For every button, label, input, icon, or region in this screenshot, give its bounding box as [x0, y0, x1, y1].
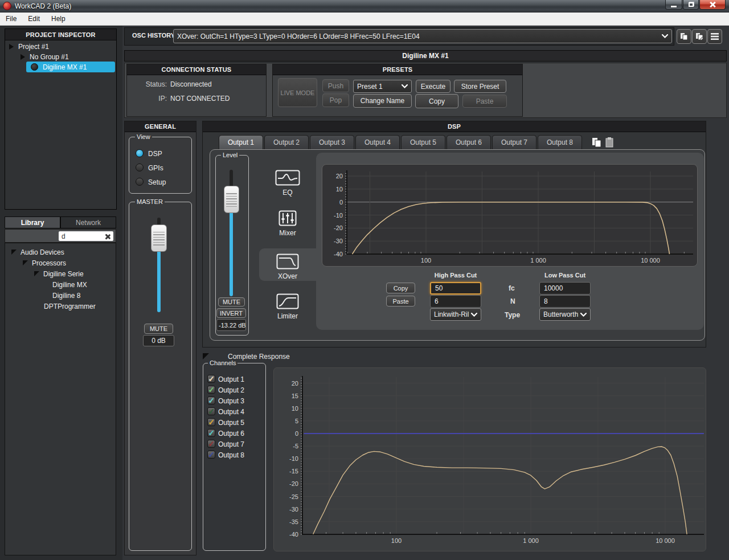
level-fader-track[interactable] [230, 211, 233, 296]
collapse-section-icon[interactable] [203, 353, 209, 359]
xover-icon [276, 254, 299, 269]
tree-item-device-selected[interactable]: Digiline MX #1 [26, 62, 115, 72]
type-label: Type [505, 311, 520, 319]
copy-pages-icon [591, 137, 603, 149]
live-mode-button[interactable]: LIVE MODE [278, 78, 317, 107]
tree-item-processors[interactable]: Processors [23, 257, 66, 268]
channel-checkbox-3[interactable]: ✓ [207, 397, 215, 404]
close-button[interactable] [699, 0, 726, 10]
tree-item-audio-devices[interactable]: Audio Devices [11, 247, 64, 257]
tree-item-digiline-8[interactable]: Digiline 8 [52, 290, 80, 301]
collapse-arrow-icon[interactable] [34, 271, 39, 276]
svg-text:-10: -10 [334, 212, 343, 219]
section-eq[interactable] [259, 170, 316, 186]
hp-type-select[interactable]: Linkwith-Riley [430, 308, 481, 321]
level-fader-handle[interactable] [224, 186, 239, 213]
pop-button[interactable]: Pop [322, 93, 349, 107]
tab-output-5[interactable]: Output 5 [401, 135, 445, 149]
tree-item-project[interactable]: Project #1 [9, 41, 49, 52]
master-fader-handle[interactable] [151, 224, 167, 252]
section-xover-label[interactable]: XOver [259, 272, 316, 280]
radio-setup-label: Setup [148, 178, 166, 186]
fc-label: fc [509, 284, 515, 292]
tree-item-dptprogrammer[interactable]: DPTProgrammer [44, 301, 96, 312]
section-limiter-label[interactable]: Limiter [259, 312, 316, 320]
lp-frequency-input[interactable]: 10000 [539, 282, 591, 295]
tree-item-digiline-serie[interactable]: Digiline Serie [34, 268, 84, 279]
radio-dsp[interactable] [136, 149, 144, 157]
channel-label-3: Output 3 [218, 397, 244, 405]
complete-response-chart: 20151050-5-10-15-20-25-30-35-401001 0001… [274, 368, 706, 551]
channel-checkbox-7[interactable]: ✓ [207, 440, 215, 448]
collapse-arrow-icon[interactable] [23, 260, 28, 265]
osc-history-dropdown[interactable]: XOver: OutCh=1 HType=3 LType=0 HOrder=6 … [173, 29, 672, 43]
master-mute-button[interactable]: MUTE [144, 324, 173, 334]
svg-text:-40: -40 [289, 531, 298, 538]
restore-button[interactable] [683, 0, 699, 10]
paste-preset-button[interactable]: Paste [462, 95, 507, 108]
svg-text:5: 5 [295, 418, 298, 424]
execute-button[interactable]: Execute [416, 80, 450, 93]
change-name-button[interactable]: Change Name [353, 94, 412, 108]
lp-type-select[interactable]: Butterworth [539, 308, 591, 321]
channel-checkbox-6[interactable]: ✓ [207, 429, 215, 437]
svg-text:20: 20 [292, 380, 298, 387]
channel-checkbox-5[interactable]: ✓ [207, 418, 215, 426]
tree-item-digiline-mx[interactable]: Digiline MX [52, 279, 87, 290]
copy-preset-button[interactable]: Copy [415, 94, 458, 108]
svg-text:-25: -25 [289, 493, 298, 500]
channel-checkbox-4[interactable]: ✓ [207, 407, 215, 415]
chevron-down-icon [402, 84, 408, 88]
menu-help[interactable]: Help [46, 13, 71, 25]
channel-checkbox-1[interactable]: ✓ [207, 375, 215, 383]
collapse-arrow-icon[interactable] [11, 250, 17, 255]
level-mute-button[interactable]: MUTE [218, 297, 245, 306]
radio-gpis[interactable] [136, 163, 144, 171]
tab-output-4[interactable]: Output 4 [355, 135, 400, 149]
expand-arrow-icon[interactable] [9, 44, 14, 50]
section-xover-icon-wrap[interactable] [259, 254, 316, 269]
hp-frequency-input[interactable]: 50 [430, 282, 481, 295]
level-invert-button[interactable]: INVERT [216, 308, 246, 318]
main-menu-button[interactable] [707, 29, 722, 44]
tab-output-6[interactable]: Output 6 [447, 135, 491, 149]
menu-file[interactable]: File [0, 13, 22, 25]
svg-text:1 000: 1 000 [530, 257, 546, 264]
hp-order-input[interactable]: 6 [430, 295, 481, 308]
menu-edit[interactable]: Edit [22, 13, 46, 25]
section-mixer-label[interactable]: Mixer [259, 229, 316, 237]
xover-paste-button[interactable]: Paste [386, 296, 415, 306]
tab-output-8[interactable]: Output 8 [538, 135, 582, 149]
expand-arrow-icon[interactable] [21, 54, 25, 60]
level-value[interactable]: -13.22 dB [216, 319, 246, 331]
channel-checkbox-2[interactable]: ✓ [207, 386, 215, 394]
minimize-button[interactable] [665, 0, 682, 10]
channel-checkbox-8[interactable]: ✓ [207, 451, 215, 459]
master-fader-track[interactable] [157, 251, 161, 312]
preset-select[interactable]: Preset 1 [353, 80, 412, 93]
tab-output-3[interactable]: Output 3 [310, 135, 354, 149]
clear-search-icon[interactable] [105, 234, 110, 239]
tree-item-group[interactable]: No Group #1 [21, 51, 69, 62]
tree-item-label: Audio Devices [21, 248, 64, 256]
tab-library[interactable]: Library [5, 216, 60, 228]
section-eq-label[interactable]: EQ [259, 189, 316, 197]
tab-output-7[interactable]: Output 7 [492, 135, 536, 149]
chevron-down-icon [662, 34, 668, 38]
tab-output-2[interactable]: Output 2 [264, 135, 309, 149]
radio-setup[interactable] [136, 178, 144, 186]
xover-copy-button[interactable]: Copy [386, 283, 415, 293]
paste-device-button[interactable] [692, 29, 707, 44]
tree-item-label: Digiline MX #1 [43, 63, 87, 71]
lp-order-input[interactable]: 8 [539, 295, 591, 308]
section-mixer[interactable] [259, 210, 316, 226]
section-limiter[interactable] [259, 293, 316, 309]
tab-network[interactable]: Network [60, 216, 116, 228]
search-input[interactable]: d [59, 231, 113, 241]
push-button[interactable]: Push [322, 79, 349, 92]
tab-output-1[interactable]: Output 1 [219, 135, 263, 149]
store-preset-button[interactable]: Store Preset [454, 80, 506, 93]
copy-device-button[interactable] [677, 29, 691, 44]
project-inspector-title: PROJECT INSPECTOR [5, 29, 116, 40]
master-level-value[interactable]: 0 dB [143, 335, 174, 346]
